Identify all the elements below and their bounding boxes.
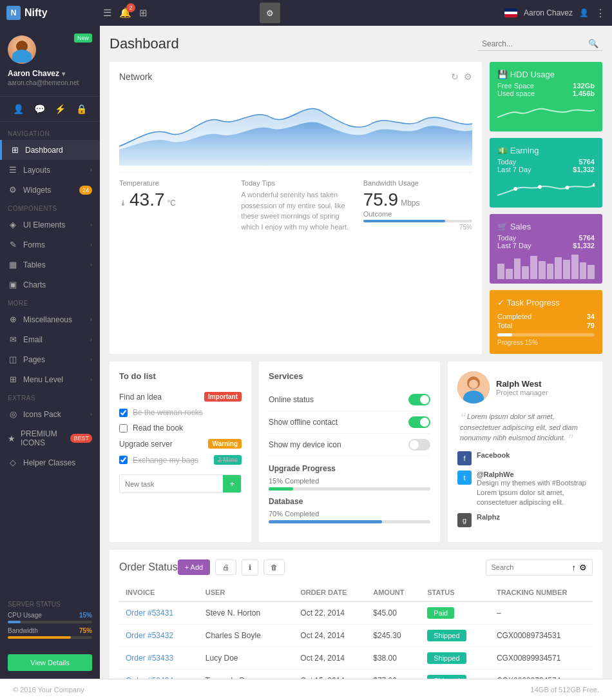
cell-amount: $77.99 [367, 669, 421, 679]
todo-checkbox[interactable] [119, 456, 128, 464]
table-row: Order #53432 Charles S Boyle Oct 24, 201… [119, 624, 593, 647]
sidebar-item-widgets[interactable]: ⚙ Widgets 24 [0, 180, 100, 200]
sidebar-item-tables[interactable]: ▦ Tables › [0, 255, 100, 275]
messages-icon[interactable]: ☰ [103, 7, 111, 19]
twitter-text: Design my themes with #Bootstrap Lorem i… [477, 478, 593, 508]
bandwidth-stat: Bandwidth 75% [8, 627, 92, 639]
new-task-input[interactable] [120, 476, 220, 492]
network-chart [119, 88, 472, 166]
bandwidth-unit: Mbps [401, 199, 419, 208]
earning-today-label: Today [497, 158, 516, 166]
order-table: Invoice User Order date Amount Status Tr… [119, 583, 593, 679]
todo-card: To do list Find an idea Important Be the… [110, 362, 251, 542]
sidebar-item-label: Widgets [23, 186, 51, 195]
misc-icon: ⊕ [8, 315, 18, 324]
print-button[interactable]: 🖨 [215, 559, 236, 575]
charts-icon: ▣ [8, 280, 18, 289]
invoice-link[interactable]: Order #53432 [126, 631, 173, 640]
sidebar: New Aaron Chavez ▾ aaron.cha@themeon.net… [0, 26, 100, 679]
sidebar-item-dashboard[interactable]: ⊞ Dashboard [0, 140, 100, 160]
sidebar-item-charts[interactable]: ▣ Charts [0, 275, 100, 295]
hdd-mini-chart [497, 101, 595, 124]
todo-checkbox[interactable] [119, 424, 128, 433]
upgrade-title: Upgrade Progress [269, 464, 430, 473]
sidebar-item-label: Tables [23, 260, 46, 269]
chevron-right-icon: › [90, 411, 92, 418]
sidebar-item-pages[interactable]: ◫ Pages › [0, 349, 100, 369]
cell-amount: $245.30 [367, 624, 421, 647]
chevron-right-icon: › [90, 356, 92, 363]
add-task-button[interactable]: + [223, 475, 241, 492]
main-layout: New Aaron Chavez ▾ aaron.cha@themeon.net… [0, 26, 612, 679]
sidebar-item-label: Helper Classes [23, 458, 75, 467]
service-label: Show offline contact [269, 418, 338, 427]
col-user: User [199, 583, 294, 602]
tips-label: Today Tips [241, 179, 350, 187]
invoice-link[interactable]: Order #53433 [126, 654, 173, 663]
user-avatar-icon[interactable]: 👤 [579, 8, 589, 17]
sidebar-item-premium-icons[interactable]: ★ PREMIUM ICONS BEST [0, 424, 100, 452]
search-box: 🔍 [478, 37, 602, 51]
sidebar-item-label: Dashboard [25, 146, 63, 155]
flag-icon[interactable]: 🇬🇧 [504, 8, 517, 17]
outcome-label: Outcome [363, 210, 472, 218]
toggle-device-icon[interactable] [408, 439, 430, 451]
tables-icon: ▦ [8, 260, 18, 269]
more-options-icon[interactable]: ⋮ [595, 7, 606, 19]
cpu-pct: 15% [79, 612, 92, 619]
lock-icon[interactable]: 🔒 [74, 102, 89, 116]
upgrade-section: Upgrade Progress 15% Completed Database … [269, 464, 430, 523]
chevron-right-icon: › [90, 166, 92, 173]
dashboard-top: Network ↻ ⚙ [110, 62, 602, 354]
sidebar-item-forms[interactable]: ✎ Forms › [0, 235, 100, 255]
earning-last7-label: Last 7 Day [497, 166, 531, 173]
todo-checkbox[interactable] [119, 409, 128, 417]
lightning-icon[interactable]: ⚡ [53, 102, 68, 116]
gear-icon[interactable]: ⚙ [464, 72, 472, 82]
layouts-icon: ☰ [8, 165, 18, 175]
task-progress-content: Completed 34 Total 79 Progress 15% [497, 310, 595, 346]
order-search-input[interactable] [492, 563, 569, 571]
order-table-head: Invoice User Order date Amount Status Tr… [119, 583, 593, 602]
sidebar-item-label: Email [23, 335, 43, 344]
add-order-button[interactable]: + Add [178, 559, 210, 575]
sidebar-item-icons-pack[interactable]: ◎ Icons Pack › [0, 404, 100, 424]
sidebar-item-layouts[interactable]: ☰ Layouts › [0, 160, 100, 180]
right-section: 🇬🇧 Aaron Chavez 👤 ⋮ [504, 7, 606, 19]
settings-center-icon[interactable]: ⚙ [260, 3, 280, 23]
sidebar-item-ui-elements[interactable]: ◈ UI Elements › [0, 215, 100, 235]
outcome-bar [363, 220, 472, 222]
search-input[interactable] [482, 39, 585, 48]
upgrade-bar-fill [269, 520, 382, 523]
invoice-link[interactable]: Order #53431 [126, 608, 173, 617]
premium-icon: ★ [8, 434, 15, 443]
todo-text: Upgrade server [119, 440, 173, 449]
info-button[interactable]: ℹ [242, 559, 258, 576]
sidebar-item-email[interactable]: ✉ Email › [0, 329, 100, 349]
chat-icon[interactable]: 💬 [32, 102, 47, 116]
profile-icon[interactable]: 👤 [11, 102, 26, 116]
widgets-badge: 24 [79, 186, 92, 195]
menu-icon: ⊞ [8, 374, 18, 384]
toggle-online-status[interactable] [408, 394, 430, 405]
toggle-knob [420, 395, 429, 404]
hdd-free-label: Free Space [497, 82, 534, 90]
refresh-icon[interactable]: ↻ [451, 72, 459, 82]
middle-section: To do list Find an idea Important Be the… [110, 362, 602, 542]
delete-button[interactable]: 🗑 [263, 559, 285, 575]
cell-invoice: Order #53433 [119, 647, 199, 669]
view-details-button[interactable]: View Details [8, 654, 92, 671]
upload-icon[interactable]: ↑ [572, 563, 577, 572]
tips-text: A wonderful serenity has taken possessio… [241, 190, 350, 232]
sidebar-item-helper-classes[interactable]: ◇ Helper Classes [0, 452, 100, 472]
sidebar-item-misc[interactable]: ⊕ Miscellaneous › [0, 309, 100, 329]
sidebar-item-menu-level[interactable]: ⊞ Menu Level › [0, 369, 100, 389]
toggle-offline-contact[interactable] [408, 416, 430, 428]
settings-icon[interactable]: ⚙ [579, 563, 587, 572]
task-progress-card: ✓ Task Progress Completed 34 Total 79 [490, 290, 602, 354]
sidebar-username[interactable]: Aaron Chavez ▾ [8, 69, 92, 78]
bandwidth-value: 75.9 [363, 190, 399, 210]
grid-icon[interactable]: ⊞ [139, 7, 148, 19]
services-title: Services [269, 371, 430, 381]
notifications-icon[interactable]: 🔔 2 [119, 7, 131, 19]
